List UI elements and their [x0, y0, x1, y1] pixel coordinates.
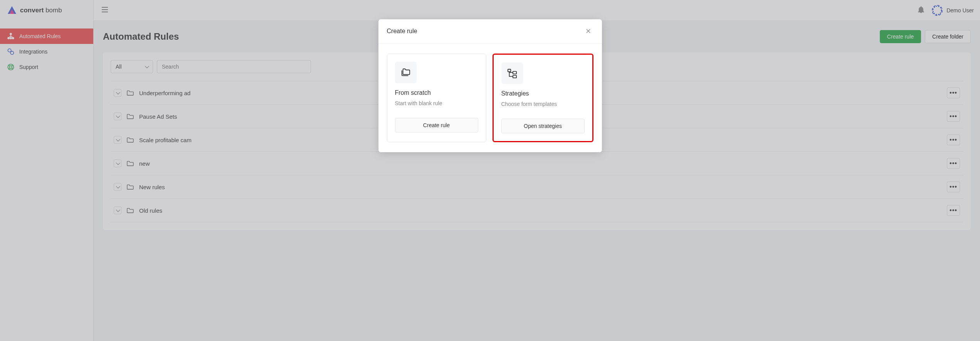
strategies-icon-box: [501, 62, 523, 84]
option-from-scratch[interactable]: From scratch Start with blank rule Creat…: [387, 54, 486, 142]
option-subtitle: Start with blank rule: [395, 100, 478, 106]
open-strategies-button[interactable]: Open strategies: [501, 119, 585, 133]
modal-overlay[interactable]: Create rule ✕ From scratch Start with bl…: [0, 0, 980, 341]
scratch-icon-box: [395, 62, 417, 83]
create-rule-modal: Create rule ✕ From scratch Start with bl…: [378, 19, 602, 152]
svg-rect-13: [513, 76, 516, 78]
modal-title: Create rule: [387, 28, 417, 35]
folders-icon: [400, 68, 411, 77]
close-icon: ✕: [585, 27, 591, 35]
modal-close-button[interactable]: ✕: [583, 26, 593, 36]
create-rule-option-button[interactable]: Create rule: [395, 118, 478, 133]
svg-rect-11: [508, 69, 510, 72]
option-title: From scratch: [395, 89, 478, 96]
option-strategies[interactable]: Strategies Choose form templates Open st…: [493, 54, 593, 142]
svg-rect-12: [513, 71, 516, 74]
option-title: Strategies: [501, 90, 585, 97]
option-subtitle: Choose form templates: [501, 101, 585, 107]
tree-icon: [507, 68, 518, 78]
